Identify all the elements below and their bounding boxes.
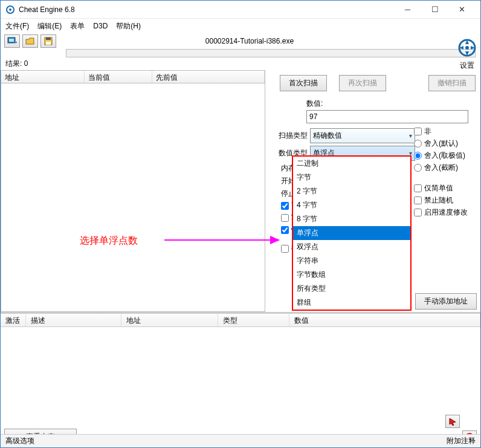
col-address[interactable]: 地址 [1, 71, 85, 83]
value-label: 数值: [306, 99, 476, 109]
menubar: 文件(F) 编辑(E) 表单 D3D 帮助(H) [1, 19, 480, 33]
opt-double[interactable]: 双浮点 [293, 240, 410, 254]
scan-type-label: 扫描类型 [273, 131, 308, 141]
menu-table[interactable]: 表单 [70, 21, 85, 31]
opt-4byte[interactable]: 4 字节 [293, 198, 410, 212]
svg-rect-3 [9, 39, 14, 42]
no-random-checkbox[interactable]: 禁止随机 [414, 195, 480, 206]
results-list[interactable]: 选择单浮点数 [1, 83, 265, 312]
opt-byte[interactable]: 字节 [293, 170, 410, 184]
opt-string[interactable]: 字符串 [293, 254, 410, 268]
annotation-text: 选择单浮点数 [80, 235, 138, 247]
svg-point-1 [9, 8, 11, 11]
col-value[interactable]: 数值 [289, 314, 480, 326]
pointer-tool-icon[interactable] [445, 415, 460, 428]
not-checkbox[interactable]: 非 [414, 126, 480, 137]
round-extreme-radio[interactable]: 舍入(取极值) [414, 151, 480, 161]
progress-bar [66, 49, 476, 57]
opt-bytearray[interactable]: 字节数组 [293, 268, 410, 282]
statusbar: 高级选项 附加注释 [1, 434, 480, 447]
opt-binary[interactable]: 二进制 [293, 157, 410, 170]
close-button[interactable]: ✕ [448, 1, 476, 18]
svg-rect-4 [13, 42, 17, 43]
app-large-icon [457, 38, 477, 57]
settings-block[interactable]: 设置 [456, 38, 478, 71]
opt-group[interactable]: 群组 [293, 296, 410, 310]
menu-edit[interactable]: 编辑(E) [37, 21, 62, 31]
status-left[interactable]: 高级选项 [5, 436, 34, 446]
folder-open-icon [25, 37, 35, 45]
maximize-button[interactable]: ☐ [421, 1, 448, 18]
status-right[interactable]: 附加注释 [447, 436, 476, 446]
results-pane: 地址 当前值 先前值 选择单浮点数 查看内存 [1, 70, 265, 312]
menu-help[interactable]: 帮助(H) [116, 21, 141, 31]
floppy-icon [44, 37, 53, 45]
next-scan-button: 再次扫描 [339, 75, 386, 91]
col-active[interactable]: 激活 [1, 314, 26, 326]
minimize-button[interactable]: ─ [394, 1, 421, 18]
select-process-button[interactable] [4, 34, 20, 48]
app-icon [5, 5, 15, 15]
fast-checkbox[interactable] [281, 226, 289, 234]
col-current[interactable]: 当前值 [85, 71, 152, 83]
scan-type-value: 精确数值 [313, 131, 342, 141]
col-type[interactable]: 类型 [218, 314, 289, 326]
open-button[interactable] [22, 34, 38, 48]
scan-extra-checkbox[interactable] [281, 245, 289, 253]
results-header: 地址 当前值 先前值 [1, 70, 265, 83]
single-only-checkbox[interactable]: 仅简单值 [414, 183, 480, 193]
titlebar: Cheat Engine 6.8 ─ ☐ ✕ [1, 1, 480, 19]
computer-icon [7, 37, 17, 45]
settings-label: 设置 [456, 60, 478, 71]
menu-file[interactable]: 文件(F) [5, 21, 29, 31]
speedhack-checkbox[interactable]: 启用速度修改 [414, 207, 480, 218]
readonly-checkbox[interactable] [281, 214, 289, 222]
col-desc[interactable]: 描述 [26, 314, 121, 326]
annotation-arrow [164, 239, 279, 241]
results-count: 结果: 0 [1, 57, 480, 70]
cheat-table: 激活 描述 地址 类型 数值 [1, 312, 480, 433]
col-addr[interactable]: 地址 [121, 314, 218, 326]
opt-2byte[interactable]: 2 字节 [293, 184, 410, 198]
round-trunc-radio[interactable]: 舍入(截断) [414, 163, 480, 173]
svg-rect-6 [46, 37, 51, 40]
scan-pane: 首次扫描 再次扫描 撤销扫描 数值: 扫描类型 精确数值 ▾ 数值类型 单浮点 … [265, 70, 480, 312]
svg-point-9 [465, 46, 469, 50]
col-previous[interactable]: 先前值 [152, 71, 265, 83]
toolbar: 00002914-Tutorial-i386.exe [1, 33, 480, 49]
menu-d3d[interactable]: D3D [93, 22, 108, 30]
value-input[interactable] [306, 110, 468, 123]
svg-rect-7 [46, 42, 51, 45]
value-type-dropdown: 二进制 字节 2 字节 4 字节 8 字节 单浮点 双浮点 字符串 字节数组 所… [292, 155, 412, 311]
scan-type-combo[interactable]: 精确数值 ▾ [310, 128, 415, 143]
first-scan-button[interactable]: 首次扫描 [280, 75, 327, 91]
opt-float[interactable]: 单浮点 [293, 226, 410, 240]
save-button[interactable] [40, 34, 56, 48]
chevron-down-icon: ▾ [409, 132, 412, 139]
cheat-table-body[interactable] [1, 327, 480, 433]
manual-add-button[interactable]: 手动添加地址 [415, 293, 477, 310]
opt-8byte[interactable]: 8 字节 [293, 212, 410, 226]
process-name: 00002914-Tutorial-i386.exe [59, 37, 477, 45]
undo-scan-button: 撤销扫描 [428, 75, 476, 91]
opt-all[interactable]: 所有类型 [293, 282, 410, 296]
writable-checkbox[interactable] [281, 202, 289, 210]
window-title: Cheat Engine 6.8 [19, 5, 394, 14]
round-default-radio[interactable]: 舍入(默认) [414, 138, 480, 149]
